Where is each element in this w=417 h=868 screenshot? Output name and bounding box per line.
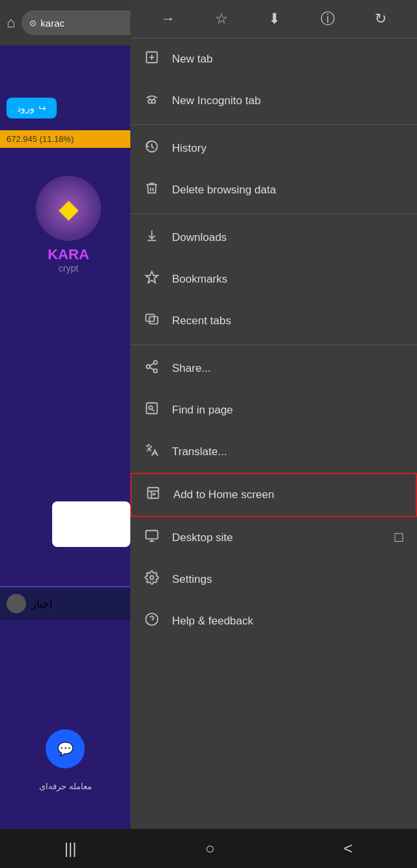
svg-point-23 [150, 576, 154, 580]
bookmark-icon[interactable]: ☆ [215, 10, 228, 27]
trade-label: معامله حرفه‌ای [39, 781, 92, 791]
history-icon [143, 139, 160, 158]
recent-apps-button[interactable]: ||| [65, 839, 77, 858]
add-to-home-icon [145, 486, 162, 504]
downloads-label: Downloads [172, 231, 404, 244]
menu-item-settings[interactable]: Settings [130, 559, 417, 600]
home-button[interactable]: ○ [205, 839, 215, 858]
svg-point-4 [152, 100, 156, 104]
menu-item-translate[interactable]: Translate... [130, 431, 417, 473]
menu-item-share[interactable]: Share... [130, 348, 417, 389]
forward-icon[interactable]: → [161, 10, 175, 27]
address-text: karac [40, 18, 65, 29]
find-in-page-label: Find in page [172, 404, 404, 417]
svg-point-17 [149, 406, 152, 410]
menu-item-delete-browsing-data[interactable]: Delete browsing data [130, 169, 417, 211]
translate-icon [143, 443, 160, 461]
menu-item-bookmarks[interactable]: Bookmarks [130, 259, 417, 300]
svg-line-14 [150, 367, 154, 370]
desktop-site-icon [143, 529, 160, 547]
menu-item-history[interactable]: History [130, 128, 417, 169]
menu-toolbar: → ☆ ⬇ ⓘ ↻ [130, 0, 417, 38]
blog-icon [7, 594, 26, 613]
new-incognito-tab-icon [143, 92, 160, 110]
svg-point-11 [154, 361, 158, 365]
ticker-bar: 672.945 (11.18%) [0, 130, 137, 148]
svg-line-18 [152, 410, 154, 412]
delete-browsing-data-icon [143, 181, 160, 199]
help-feedback-label: Help & feedback [172, 615, 404, 628]
menu-item-find-in-page[interactable]: Find in page [130, 389, 417, 431]
back-button[interactable]: < [343, 839, 352, 858]
svg-line-15 [150, 363, 154, 366]
svg-point-12 [147, 365, 151, 369]
logo-area: ◆ KARA crypt [7, 176, 130, 273]
new-tab-icon [143, 50, 160, 68]
bookmarks-label: Bookmarks [172, 273, 404, 286]
history-label: History [172, 142, 404, 155]
new-incognito-tab-label: New Incognito tab [172, 94, 404, 107]
desktop-site-checkbox[interactable]: ☐ [394, 531, 404, 545]
logo-circle: ◆ [36, 176, 101, 241]
translate-label: Translate... [172, 445, 404, 458]
share-icon [143, 359, 160, 378]
menu-item-desktop-site[interactable]: Desktop site☐ [130, 517, 417, 559]
menu-item-new-tab[interactable]: New tab [130, 38, 417, 80]
home-icon[interactable]: ⌂ [7, 14, 15, 31]
help-feedback-icon [143, 612, 160, 630]
menu-divider [130, 124, 417, 125]
bookmarks-icon [143, 270, 160, 288]
menu-items-list: New tabNew Incognito tabHistoryDelete br… [130, 38, 417, 829]
info-icon[interactable]: ⓘ [321, 9, 335, 29]
white-box [52, 501, 130, 547]
add-to-home-label: Add to Home screen [173, 488, 403, 501]
settings-icon [143, 570, 160, 589]
downloads-icon [143, 229, 160, 247]
download-page-icon[interactable]: ⬇ [268, 10, 280, 27]
menu-item-new-incognito-tab[interactable]: New Incognito tab [130, 80, 417, 122]
menu-item-recent-tabs[interactable]: Recent tabs [130, 300, 417, 342]
chat-button[interactable]: 💬 [46, 729, 85, 768]
kara-text: KARA [7, 246, 130, 263]
login-text: ورود [17, 103, 35, 113]
find-in-page-icon [143, 401, 160, 419]
menu-divider [130, 344, 417, 345]
recent-tabs-label: Recent tabs [172, 315, 404, 328]
crypt-text: crypt [7, 263, 130, 273]
svg-marker-8 [146, 272, 158, 283]
svg-point-13 [154, 369, 158, 373]
share-label: Share... [172, 362, 404, 375]
address-lock-icon: ⊙ [29, 18, 36, 28]
menu-item-add-to-home[interactable]: Add to Home screen [130, 473, 417, 517]
settings-label: Settings [172, 573, 404, 586]
login-button[interactable]: ورود ↪ [7, 98, 57, 119]
menu-divider [130, 214, 417, 214]
recent-tabs-icon [143, 312, 160, 330]
desktop-site-label: Desktop site [172, 531, 382, 544]
page-content-area: ورود ↪ 672.945 (11.18%) ◆ KARA crypt اخب… [0, 46, 137, 829]
ticker-text: 672.945 (11.18%) [7, 134, 74, 144]
new-tab-label: New tab [172, 53, 404, 66]
menu-item-help-feedback[interactable]: Help & feedback [130, 600, 417, 642]
news-bar: اخبار [0, 586, 137, 620]
bottom-nav: ||| ○ < [0, 829, 417, 868]
login-icon: ↪ [38, 103, 46, 113]
delete-browsing-data-label: Delete browsing data [172, 184, 404, 197]
svg-rect-20 [146, 531, 158, 539]
menu-item-downloads[interactable]: Downloads [130, 217, 417, 259]
refresh-icon[interactable]: ↻ [375, 10, 386, 27]
news-text: اخبار [31, 598, 52, 610]
chrome-menu: → ☆ ⬇ ⓘ ↻ New tabNew Incognito tabHistor… [130, 0, 417, 829]
